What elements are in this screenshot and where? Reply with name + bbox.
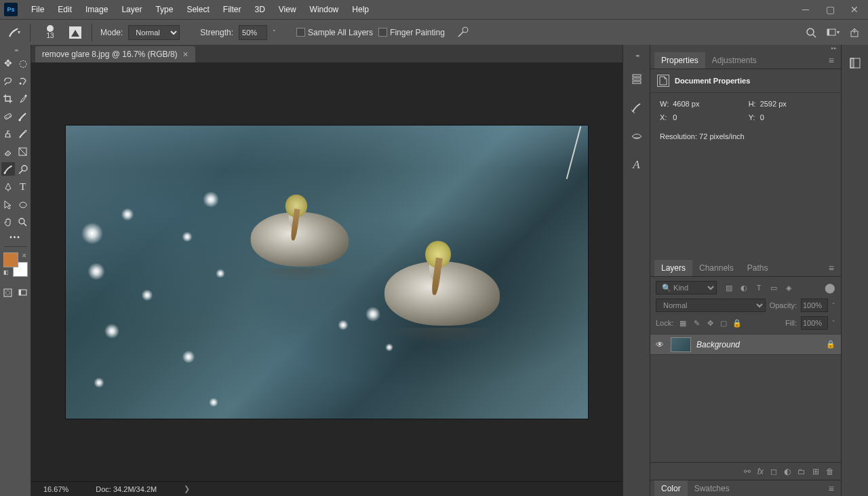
window-maximize-button[interactable]: ▢ [818, 1, 842, 18]
lasso-tool[interactable] [1, 74, 15, 88]
share-icon[interactable] [846, 24, 863, 41]
panel-collapse-handle[interactable]: ▸▸ [650, 45, 841, 52]
gradient-tool[interactable] [16, 145, 30, 158]
tab-adjustments[interactable]: Adjustments [705, 52, 764, 69]
new-group-icon[interactable]: 🗀 [797, 467, 806, 476]
canvas-image[interactable] [66, 126, 588, 419]
layer-thumbnail[interactable] [671, 337, 691, 352]
close-tab-icon[interactable]: × [183, 49, 189, 60]
brush-preset-picker[interactable]: 13 [39, 21, 62, 44]
panel-strip-handle[interactable]: ◂◂ [635, 53, 638, 58]
filter-smart-icon[interactable]: ◈ [783, 282, 794, 293]
eraser-tool[interactable] [1, 145, 15, 158]
history-panel-icon[interactable] [629, 72, 644, 87]
lock-all-icon[interactable]: 🔒 [732, 318, 743, 328]
menu-file[interactable]: File [24, 0, 51, 19]
menu-select[interactable]: Select [180, 0, 216, 19]
menu-window[interactable]: Window [303, 0, 346, 19]
properties-panel-menu-icon[interactable]: ≡ [826, 52, 837, 69]
menu-edit[interactable]: Edit [51, 0, 79, 19]
layers-panel-menu-icon[interactable]: ≡ [826, 260, 837, 276]
document-tab[interactable]: remove glare 8.jpg @ 16.7% (RGB/8) × [35, 46, 195, 62]
menu-view[interactable]: View [272, 0, 303, 19]
new-layer-icon[interactable]: ⊞ [812, 467, 819, 476]
lock-transparency-icon[interactable]: ▦ [677, 318, 688, 328]
menu-layer[interactable]: Layer [115, 0, 149, 19]
filter-adjustment-icon[interactable]: ◐ [738, 282, 749, 293]
quickmask-tool[interactable] [1, 286, 15, 299]
color-panel-menu-icon[interactable]: ≡ [826, 480, 837, 497]
layer-name[interactable]: Background [696, 340, 821, 349]
character-panel-icon[interactable]: A [629, 157, 644, 172]
eyedropper-tool[interactable] [16, 92, 30, 105]
filter-type-icon[interactable]: T [753, 282, 764, 293]
swap-colors-icon[interactable]: ⤭ [22, 252, 26, 259]
foreground-color[interactable] [3, 252, 18, 267]
lock-position-icon[interactable]: ✥ [705, 318, 715, 328]
layer-filter-select[interactable]: 🔍 Kind [656, 281, 717, 294]
filter-shape-icon[interactable]: ▭ [768, 282, 779, 293]
pen-tool[interactable] [1, 180, 15, 193]
menu-help[interactable]: Help [345, 0, 376, 19]
filter-toggle-icon[interactable]: ⬤ [825, 282, 835, 293]
blend-mode-select[interactable]: Normal [128, 25, 180, 40]
brush-settings-panel-icon[interactable] [629, 100, 644, 115]
finger-painting-checkbox[interactable]: Finger Painting [378, 28, 445, 37]
move-tool[interactable]: ✥ [1, 56, 15, 70]
screen-mode-icon[interactable]: ▾ [825, 24, 841, 41]
layer-visibility-icon[interactable]: 👁 [656, 340, 665, 349]
link-layers-icon[interactable]: ⚯ [744, 467, 751, 476]
brush-panel-toggle[interactable] [67, 24, 83, 41]
menu-3d[interactable]: 3D [248, 0, 271, 19]
libraries-panel-icon[interactable] [848, 56, 863, 71]
tab-channels[interactable]: Channels [692, 260, 741, 276]
clone-stamp-tool[interactable] [1, 127, 15, 140]
lock-artboard-icon[interactable]: ▢ [718, 318, 729, 328]
brushes-panel-icon[interactable] [629, 129, 644, 144]
current-tool-icon[interactable]: ▾ [5, 24, 22, 41]
delete-layer-icon[interactable]: 🗑 [826, 467, 834, 476]
crop-tool[interactable] [1, 92, 15, 105]
layer-fx-icon[interactable]: fx [757, 467, 764, 476]
menu-image[interactable]: Image [79, 0, 115, 19]
strength-input[interactable] [239, 25, 267, 40]
doc-size-label[interactable]: Doc: 34.2M/34.2M [96, 485, 157, 493]
dodge-tool[interactable] [16, 162, 30, 176]
hand-tool[interactable] [1, 215, 15, 229]
layer-lock-icon[interactable]: 🔒 [826, 340, 835, 349]
screenmode-tool[interactable] [16, 286, 30, 299]
tab-color[interactable]: Color [654, 480, 688, 497]
sample-all-layers-checkbox[interactable]: Sample All Layers [296, 28, 373, 37]
tab-swatches[interactable]: Swatches [688, 480, 736, 497]
filter-pixel-icon[interactable]: ▨ [724, 282, 734, 293]
zoom-level[interactable]: 16.67% [43, 485, 68, 493]
brush-tool[interactable] [16, 109, 30, 123]
status-expand-icon[interactable]: ❯ [184, 484, 190, 493]
menu-type[interactable]: Type [149, 0, 180, 19]
window-close-button[interactable]: ✕ [842, 1, 867, 18]
type-tool[interactable]: T [16, 180, 30, 193]
default-colors-icon[interactable]: ◧ [3, 269, 9, 275]
healing-tool[interactable] [1, 109, 15, 123]
tab-properties[interactable]: Properties [654, 52, 705, 69]
marquee-tool[interactable]: ◌ [16, 56, 30, 70]
layer-blend-select[interactable]: Normal [656, 299, 766, 312]
color-swatches[interactable]: ⤭ ◧ [3, 252, 28, 277]
fill-input[interactable] [801, 316, 828, 330]
shape-tool[interactable] [16, 197, 30, 211]
quick-select-tool[interactable] [16, 74, 30, 88]
zoom-tool[interactable] [16, 215, 30, 229]
lock-pixels-icon[interactable]: ✎ [691, 318, 702, 328]
opacity-input[interactable] [801, 299, 828, 312]
add-adjustment-icon[interactable]: ◐ [784, 467, 791, 476]
layer-item[interactable]: 👁 Background 🔒 [650, 335, 841, 355]
search-icon[interactable] [803, 24, 819, 41]
window-minimize-button[interactable]: ─ [793, 1, 818, 18]
menu-filter[interactable]: Filter [216, 0, 248, 19]
edit-toolbar-button[interactable]: ••• [9, 233, 21, 241]
add-mask-icon[interactable]: ◻ [770, 467, 777, 476]
tab-layers[interactable]: Layers [654, 260, 692, 276]
history-brush-tool[interactable] [16, 127, 30, 140]
smudge-tool[interactable] [1, 162, 15, 176]
tab-paths[interactable]: Paths [741, 260, 775, 276]
